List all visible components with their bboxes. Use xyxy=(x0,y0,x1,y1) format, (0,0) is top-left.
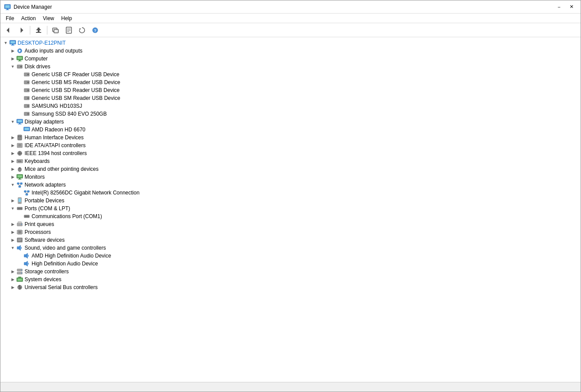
tree-ide: IDE ATA/ATAPI controllers xyxy=(0,141,581,149)
minimize-button[interactable]: − xyxy=(553,3,565,11)
keyboards-row[interactable]: Keyboards xyxy=(0,157,581,165)
disk-ms-row[interactable]: Generic USB MS Reader USB Device xyxy=(0,78,581,86)
intel-net-row[interactable]: Intel(R) 82566DC Gigabit Network Connect… xyxy=(0,189,581,197)
usb-row[interactable]: Universal Serial Bus controllers xyxy=(0,283,581,291)
disk-drives-row[interactable]: Disk drives xyxy=(0,63,581,71)
audio-inputs-expander[interactable] xyxy=(9,47,16,54)
software-devices-row[interactable]: Software devices xyxy=(0,236,581,244)
show-hide-button[interactable] xyxy=(50,25,62,36)
title-bar-controls: − ✕ xyxy=(553,3,577,11)
tree-disk-sm: Generic USB SM Reader USB Device xyxy=(0,94,581,102)
svg-rect-48 xyxy=(25,128,29,130)
ports-expander[interactable] xyxy=(9,205,16,212)
svg-marker-7 xyxy=(36,28,41,30)
print-queues-expander[interactable] xyxy=(9,221,16,228)
keyboards-expander[interactable] xyxy=(9,158,16,165)
close-button[interactable]: ✕ xyxy=(566,3,577,11)
ports-row[interactable]: Ports (COM & LPT) xyxy=(0,205,581,212)
computer-row[interactable]: Computer xyxy=(0,55,581,63)
portable-icon xyxy=(16,197,23,204)
audio-inputs-row[interactable]: Audio inputs and outputs xyxy=(0,47,581,55)
root-expander[interactable] xyxy=(2,39,9,46)
svg-marker-4 xyxy=(7,28,9,33)
system-devices-expander[interactable] xyxy=(9,276,16,283)
disk-ssd-row[interactable]: Samsung SSD 840 EVO 250GB xyxy=(0,110,581,118)
ieee-row[interactable]: IEEE 1394 host controllers xyxy=(0,149,581,157)
mice-row[interactable]: Mice and other pointing devices xyxy=(0,165,581,173)
disk-cf-row[interactable]: Generic USB CF Reader USB Device xyxy=(0,71,581,78)
svg-marker-107 xyxy=(24,261,28,266)
tree-content[interactable]: DESKTOP-E12PNIT Audio inputs and outputs xyxy=(0,37,581,382)
svg-rect-68 xyxy=(19,178,21,179)
disk-samsung-row[interactable]: SAMSUNG HD103SJ xyxy=(0,102,581,110)
hid-expander[interactable] xyxy=(9,134,16,141)
ieee-expander[interactable] xyxy=(9,150,16,157)
forward-button[interactable] xyxy=(15,25,28,36)
tree-amd-radeon: AMD Radeon HD 6670 xyxy=(0,126,581,134)
tree-disk-samsung: SAMSUNG HD103SJ xyxy=(0,102,581,110)
tree-processors: Processors xyxy=(0,228,581,236)
svg-marker-106 xyxy=(24,253,28,258)
update-button[interactable] xyxy=(76,25,88,36)
network-row[interactable]: Network adapters xyxy=(0,181,581,189)
menu-action[interactable]: Action xyxy=(18,14,39,23)
amd-radeon-row[interactable]: AMD Radeon HD 6670 xyxy=(0,126,581,134)
menu-help[interactable]: Help xyxy=(58,14,76,23)
disk-drives-expander[interactable] xyxy=(9,63,16,70)
menu-file[interactable]: File xyxy=(2,14,18,23)
disk-icon xyxy=(16,63,23,70)
display-adapters-expander[interactable] xyxy=(9,118,16,125)
processors-row[interactable]: Processors xyxy=(0,228,581,236)
properties-button[interactable] xyxy=(63,25,75,36)
display-adapters-label: Display adapters xyxy=(25,119,64,125)
com1-label: Communications Port (COM1) xyxy=(32,213,102,219)
portable-expander[interactable] xyxy=(9,197,16,204)
ide-row[interactable]: IDE ATA/ATAPI controllers xyxy=(0,141,581,149)
sound-row[interactable]: Sound, video and game controllers xyxy=(0,244,581,252)
monitors-row[interactable]: Monitors xyxy=(0,173,581,181)
monitors-expander[interactable] xyxy=(9,173,16,180)
svg-rect-113 xyxy=(18,279,22,281)
back-button[interactable] xyxy=(2,25,14,36)
back-icon xyxy=(5,27,12,34)
display-adapters-row[interactable]: Display adapters xyxy=(0,118,581,126)
svg-rect-8 xyxy=(36,32,41,33)
software-devices-expander[interactable] xyxy=(9,237,16,244)
svg-point-36 xyxy=(28,90,29,91)
root-row[interactable]: DESKTOP-E12PNIT xyxy=(0,39,581,47)
svg-point-42 xyxy=(28,113,29,115)
print-queues-row[interactable]: Print queues xyxy=(0,220,581,228)
computer-expander[interactable] xyxy=(9,55,16,62)
processors-expander[interactable] xyxy=(9,229,16,236)
svg-point-86 xyxy=(21,208,21,209)
storage-row[interactable]: Storage controllers xyxy=(0,268,581,275)
root-children: Audio inputs and outputs Computer xyxy=(0,47,581,291)
mice-icon xyxy=(16,166,23,173)
disk-sd-row[interactable]: Generic USB SD Reader USB Device xyxy=(0,86,581,94)
svg-rect-70 xyxy=(17,183,19,184)
ide-expander[interactable] xyxy=(9,142,16,149)
network-expander[interactable] xyxy=(9,181,16,188)
toolbar-separator-1 xyxy=(30,26,30,35)
hid-row[interactable]: Human Interface Devices xyxy=(0,134,581,141)
tree-mice: Mice and other pointing devices xyxy=(0,165,581,173)
disk-sm-row[interactable]: Generic USB SM Reader USB Device xyxy=(0,94,581,102)
svg-point-85 xyxy=(19,208,20,209)
system-devices-row[interactable]: System devices xyxy=(0,275,581,283)
tree-sound: Sound, video and game controllers AMD Hi… xyxy=(0,244,581,268)
up-button[interactable] xyxy=(32,25,45,36)
amd-radeon-label: AMD Radeon HD 6670 xyxy=(32,127,86,133)
usb-expander[interactable] xyxy=(9,284,16,291)
svg-marker-15 xyxy=(79,28,81,30)
help-button[interactable]: ? xyxy=(89,25,101,36)
hd-audio-row[interactable]: High Definition Audio Device xyxy=(0,260,581,268)
portable-row[interactable]: Portable Devices xyxy=(0,197,581,205)
svg-point-111 xyxy=(21,273,22,274)
sound-expander[interactable] xyxy=(9,244,16,251)
svg-rect-81 xyxy=(18,198,21,202)
amd-audio-row[interactable]: AMD High Definition Audio Device xyxy=(0,252,581,260)
mice-expander[interactable] xyxy=(9,166,16,173)
storage-expander[interactable] xyxy=(9,268,16,275)
com1-row[interactable]: Communications Port (COM1) xyxy=(0,212,581,220)
menu-view[interactable]: View xyxy=(39,14,58,23)
